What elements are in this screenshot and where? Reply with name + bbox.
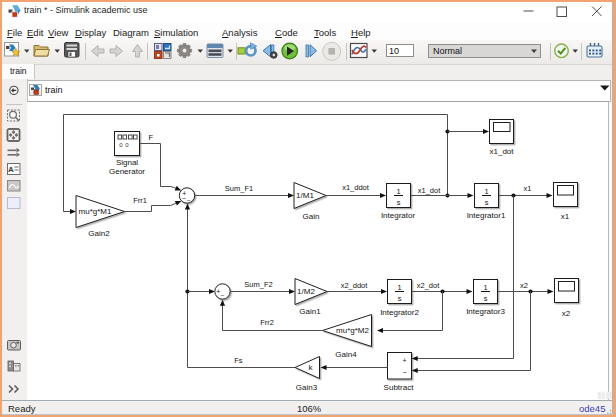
svg-text:1: 1 [397,283,401,292]
svg-text:Signal: Signal [116,158,138,167]
svg-text:1/M1: 1/M1 [296,191,314,200]
svg-text:Sum_F1: Sum_F1 [225,184,253,193]
svg-text:1: 1 [483,283,487,292]
svg-text:−: − [187,197,191,204]
svg-text:x2_dot: x2_dot [417,281,440,290]
svg-text:−: − [403,369,407,376]
svg-text:x1_dot: x1_dot [418,186,441,195]
svg-text:Gain1: Gain1 [299,307,321,316]
svg-text:s: s [398,294,402,303]
svg-text:1/M2: 1/M2 [297,287,315,296]
svg-text:Sum_F2: Sum_F2 [244,280,272,289]
svg-text:x1_dot: x1_dot [489,147,514,156]
svg-text:Gain: Gain [303,212,320,221]
svg-text:Gain2: Gain2 [88,229,110,238]
svg-text:F: F [149,133,154,142]
svg-text:x2: x2 [520,281,528,290]
svg-text:s: s [485,198,489,207]
svg-text:−: − [221,292,225,299]
svg-text:Integrator2: Integrator2 [380,308,419,317]
svg-text:x2: x2 [562,309,571,318]
svg-text:−: − [182,195,186,202]
svg-text:Gain3: Gain3 [296,383,318,392]
svg-text:Integrator3: Integrator3 [466,307,505,316]
svg-text:1: 1 [484,187,488,196]
svg-text:A: A [8,165,14,174]
svg-text:Fs: Fs [234,356,243,365]
svg-text:Integrator: Integrator [381,211,416,220]
svg-text:Integrator1: Integrator1 [467,211,506,220]
svg-text:x1: x1 [524,184,532,193]
svg-text:s: s [484,294,488,303]
svg-text:Generator: Generator [109,167,145,176]
svg-text:1: 1 [396,187,400,196]
svg-text:x1_ddot: x1_ddot [342,183,370,192]
svg-text:x1: x1 [561,212,570,221]
svg-text:Subtract: Subtract [384,383,415,392]
svg-text:+: + [403,357,407,364]
svg-text:mu*g*M2: mu*g*M2 [336,326,369,335]
svg-text:Gain4: Gain4 [335,350,357,359]
svg-text:s: s [397,198,401,207]
svg-text:Frr1: Frr1 [133,196,147,205]
svg-text:x2_ddot: x2_ddot [341,281,369,290]
svg-text:Frr2: Frr2 [260,318,274,327]
svg-text:mu*g*M1: mu*g*M1 [79,207,112,216]
